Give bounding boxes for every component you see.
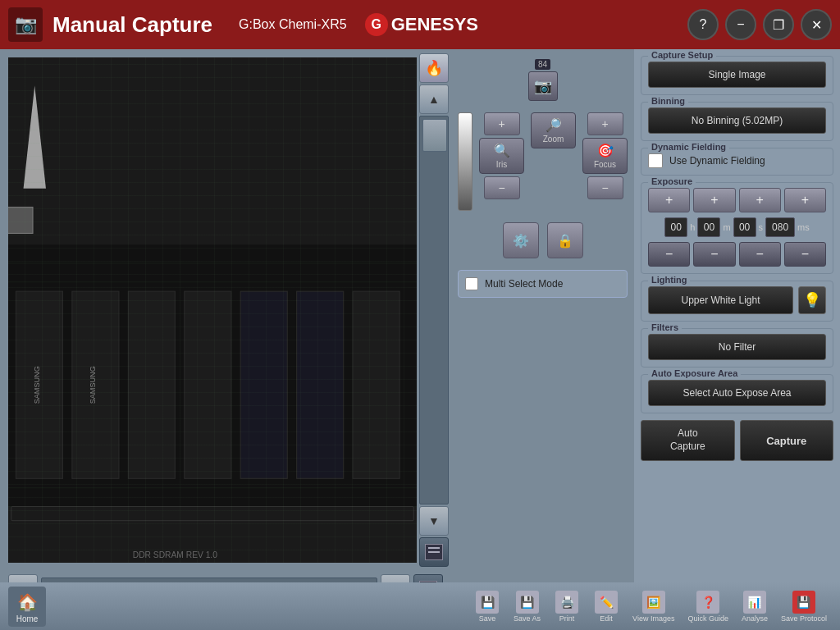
exposure-plus-2[interactable]: + <box>693 188 735 212</box>
zoom-label: Zoom <box>543 135 564 144</box>
restore-button[interactable]: ❐ <box>763 9 794 40</box>
focus-control: + 🎯 Focus − <box>582 112 628 199</box>
auto-exposure-section: Auto Exposure Area Select Auto Expose Ar… <box>641 374 833 413</box>
exposure-plus-row: + + + + <box>648 188 826 212</box>
filter-button[interactable]: No Filter <box>648 334 826 360</box>
scroll-down-button[interactable]: ▼ <box>419 506 449 536</box>
vertical-scroll-track[interactable] <box>419 116 449 504</box>
edit-label: Edit <box>600 614 613 623</box>
camera-number: 84 <box>535 59 550 70</box>
save-label: Save <box>479 614 496 623</box>
center-panel: 84 📷 + 🔍 Iris − <box>451 49 634 630</box>
home-label: Home <box>16 614 39 623</box>
protocol-label: Save Protocol <box>781 614 827 623</box>
single-image-button[interactable]: Single Image <box>648 62 826 88</box>
camera-area: SAMSUNG SAMSUNG DDR SDRAM REV 1.0 <box>0 49 451 571</box>
edit-button[interactable]: ✏️ Edit <box>588 588 624 625</box>
focus-plus-button[interactable]: + <box>587 112 623 135</box>
scroll-up-button[interactable]: ▲ <box>419 84 449 114</box>
exposure-minus-4[interactable]: − <box>784 242 826 267</box>
save-protocol-button[interactable]: 💾 Save Protocol <box>776 588 832 625</box>
exposure-minus-1[interactable]: − <box>648 242 690 267</box>
page-indicator-button[interactable] <box>419 537 449 567</box>
taskbar-actions: 💾 Save 💾 Save As 🖨️ Print ✏️ Edit 🖼️ Vie… <box>469 588 832 625</box>
view-label: View Images <box>632 614 674 623</box>
save-as-icon: 💾 <box>516 591 539 614</box>
camera-lock-button[interactable]: 🔒 <box>547 222 583 258</box>
focus-icon: 🎯 <box>597 143 614 158</box>
close-button[interactable]: ✕ <box>801 9 832 40</box>
save-button[interactable]: 💾 Save <box>469 588 505 625</box>
exposure-section: Exposure + + + + 00 h 00 m 00 s 080 ms <box>641 182 833 274</box>
app-icon: 📷 <box>8 7 43 42</box>
lighting-label: Lighting <box>648 275 690 285</box>
minimize-button[interactable]: − <box>725 9 756 40</box>
auto-capture-button[interactable]: Auto Capture <box>641 420 735 461</box>
time-display: 00 h 00 m 00 s 080 ms <box>648 217 826 237</box>
window-controls: ? − ❐ ✕ <box>687 9 832 40</box>
lighting-button[interactable]: Upper White Light <box>648 286 793 314</box>
exposure-plus-4[interactable]: + <box>784 188 826 212</box>
exposure-controls: + + + + 00 h 00 m 00 s 080 ms − − <box>648 188 826 267</box>
zoom-button[interactable]: 🔎 Zoom <box>531 112 576 148</box>
multi-select-checkbox[interactable] <box>465 277 478 290</box>
camera-button[interactable]: 📷 <box>528 71 558 101</box>
analyse-icon: 📊 <box>743 591 766 614</box>
genesys-logo: G GENESYS <box>365 13 478 36</box>
exposure-minus-row: − − − − <box>648 242 826 267</box>
hours-label: h <box>690 222 695 232</box>
zoom-control: 🔎 Zoom <box>531 112 576 148</box>
print-label: Print <box>559 614 575 623</box>
binning-section: Binning No Binning (5.02MP) <box>641 102 833 141</box>
camera-settings-button[interactable]: ⚙️ <box>503 222 539 258</box>
app-title: Manual Capture <box>52 12 212 38</box>
bottom-camera-buttons: ⚙️ 🔒 <box>458 219 628 262</box>
filters-label: Filters <box>648 322 682 332</box>
filters-section: Filters No Filter <box>641 328 833 368</box>
edit-icon: ✏️ <box>595 591 618 614</box>
help-button[interactable]: ? <box>687 9 719 40</box>
camera-control-group: 84 📷 <box>528 59 558 101</box>
seconds-label: s <box>759 222 764 232</box>
focus-button[interactable]: 🎯 Focus <box>582 138 628 174</box>
exposure-minus-2[interactable]: − <box>693 242 735 267</box>
binning-label: Binning <box>648 96 688 106</box>
dynamic-fielding-row: Use Dynamic Fielding <box>648 153 826 168</box>
analyse-label: Analyse <box>742 614 768 623</box>
select-auto-expose-button[interactable]: Select Auto Expose Area <box>648 380 826 406</box>
auto-exposure-label: Auto Exposure Area <box>648 368 741 378</box>
save-as-button[interactable]: 💾 Save As <box>509 588 546 625</box>
view-images-button[interactable]: 🖼️ View Images <box>628 588 679 625</box>
home-button[interactable]: 🏠 Home <box>8 587 46 627</box>
dynamic-fielding-checkbox[interactable] <box>648 153 663 168</box>
camera-icon-btn: 📷 <box>534 77 552 95</box>
quick-guide-button[interactable]: ❓ Quick Guide <box>682 588 733 625</box>
exposure-plus-3[interactable]: + <box>739 188 781 212</box>
bulb-button[interactable]: 💡 <box>798 286 826 314</box>
flame-button[interactable]: 🔥 <box>419 53 449 83</box>
binning-button[interactable]: No Binning (5.02MP) <box>648 107 826 134</box>
exposure-minus-3[interactable]: − <box>739 242 781 267</box>
focus-label: Focus <box>594 160 616 169</box>
capture-button[interactable]: Capture <box>740 420 834 461</box>
camera-view[interactable]: SAMSUNG SAMSUNG DDR SDRAM REV 1.0 <box>8 57 417 563</box>
analyse-button[interactable]: 📊 Analyse <box>737 588 773 625</box>
multi-select-area: Multi Select Mode <box>458 270 628 298</box>
dynamic-fielding-label: Use Dynamic Fielding <box>669 155 765 167</box>
iris-minus-button[interactable]: − <box>484 176 520 199</box>
iris-label: Iris <box>496 160 507 169</box>
vertical-scroll-thumb[interactable] <box>422 119 447 152</box>
zoom-icon: 🔎 <box>546 117 562 133</box>
device-name: G:Box Chemi-XR5 <box>239 17 347 32</box>
print-button[interactable]: 🖨️ Print <box>549 588 585 625</box>
iris-button[interactable]: 🔍 Iris <box>479 138 524 174</box>
focus-minus-button[interactable]: − <box>587 176 623 199</box>
dynamic-fielding-section: Dynamic Fielding Use Dynamic Fielding <box>641 148 833 176</box>
exposure-plus-1[interactable]: + <box>648 188 690 212</box>
ms-label: ms <box>797 222 810 232</box>
exposure-label: Exposure <box>648 176 696 186</box>
view-icon: 🖼️ <box>642 591 665 614</box>
vertical-slider[interactable] <box>458 112 472 211</box>
iris-plus-button[interactable]: + <box>484 112 520 135</box>
camera-icon: 📷 <box>15 14 37 35</box>
